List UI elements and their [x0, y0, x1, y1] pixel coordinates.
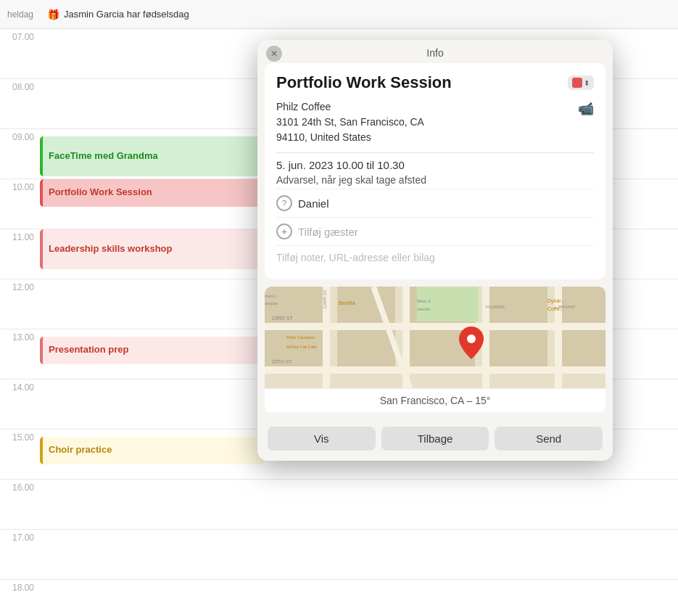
time-label-13: 13.00: [0, 329, 40, 379]
svg-rect-12: [265, 366, 605, 374]
leadership-event[interactable]: Leadership skills workshop: [40, 229, 265, 269]
location-name: Philz Coffee: [276, 99, 424, 115]
add-guests-label: Tilføj gæster: [298, 226, 358, 238]
svg-text:Jewish...: Jewish...: [417, 307, 434, 311]
time-label-14: 14.00: [0, 379, 40, 429]
popup-header: ✕ Info: [257, 40, 613, 63]
event-title-row: Portfolio Work Session ⬍: [276, 73, 594, 92]
info-popup: ✕ Info Portfolio Work Session ⬍ Philz Co…: [257, 40, 613, 461]
time-content-18: [40, 580, 678, 616]
time-label-17: 17.00: [0, 530, 40, 579]
allday-label: heldag: [7, 9, 47, 20]
time-row-17: 17.00: [0, 530, 678, 580]
facetime-event[interactable]: FaceTime med Grandma: [40, 136, 265, 176]
add-guests-row[interactable]: + Tilføj gæster: [276, 217, 594, 245]
attendee-question-icon: ?: [276, 195, 292, 211]
notes-area[interactable]: Tilføj noter, URL-adresse eller bilag: [276, 245, 594, 269]
allday-event: 🎁 Jasmin Garcia har fødselsdag: [47, 9, 189, 20]
svg-text:Beretta: Beretta: [339, 300, 355, 305]
location-address2: 94110, United States: [276, 130, 424, 145]
svg-rect-10: [562, 330, 605, 366]
presentation-event[interactable]: Presentation prep: [40, 337, 265, 364]
svg-rect-9: [489, 330, 547, 366]
time-label-12: 12.00: [0, 279, 40, 329]
popup-header-title: Info: [426, 47, 443, 59]
svg-text:Coffe...: Coffe...: [547, 306, 563, 311]
svg-text:CAPP ST: CAPP ST: [323, 289, 327, 308]
map-visual: 23RD ST 25TH ST CAPP ST FLORIDA BRYANT B…: [265, 287, 605, 388]
svg-text:Wise S...: Wise S...: [417, 299, 434, 303]
time-label-11: 11.00: [0, 229, 40, 279]
location-row: Philz Coffee 3101 24th St, San Francisco…: [276, 99, 594, 145]
tilbage-button[interactable]: Tilbage: [381, 427, 489, 451]
svg-text:ampus: ampus: [265, 301, 278, 305]
map-label-bar: San Francisco, CA – 15°: [265, 388, 605, 412]
time-label-08: 08.00: [0, 79, 40, 128]
map-container[interactable]: 23RD ST 25TH ST CAPP ST FLORIDA BRYANT B…: [265, 287, 605, 414]
datetime-row: 5. jun. 2023 10.00 til 10.30: [276, 159, 594, 171]
allday-event-title: Jasmin Garcia har fødselsdag: [64, 9, 189, 20]
portfolio-event[interactable]: Portfolio Work Session: [40, 179, 265, 207]
video-camera-icon[interactable]: 📹: [578, 101, 594, 117]
time-label-18: 18.00: [0, 580, 40, 616]
time-row-16: 16.00: [0, 480, 678, 530]
location-text: Philz Coffee 3101 24th St, San Francisco…: [276, 99, 424, 145]
choir-event[interactable]: Choir practice: [40, 437, 265, 464]
popup-footer: Vis Tilbage Send: [257, 419, 613, 461]
svg-rect-7: [337, 330, 395, 366]
time-row-18: 18.00: [0, 580, 678, 616]
svg-point-34: [467, 334, 476, 343]
time-label-15: 15.00: [0, 430, 40, 479]
time-content-17: [40, 530, 678, 579]
svg-text:23RD ST: 23RD ST: [272, 316, 294, 321]
notes-placeholder: Tilføj noter, URL-adresse eller bilag: [276, 252, 435, 263]
send-button[interactable]: Send: [495, 427, 603, 451]
attendee-name: Daniel: [298, 197, 329, 210]
location-address1: 3101 24th St, San Francisco, CA: [276, 115, 424, 130]
svg-rect-11: [265, 323, 605, 330]
allday-row: heldag 🎁 Jasmin Garcia har fødselsdag: [0, 0, 678, 29]
chevron-up-down-icon: ⬍: [584, 79, 590, 87]
vis-button[interactable]: Vis: [268, 427, 376, 451]
svg-rect-18: [417, 287, 479, 321]
svg-text:Dynar...: Dynar...: [547, 298, 565, 304]
event-title: Portfolio Work Session: [276, 73, 452, 92]
time-label-09: 09.00: [0, 129, 40, 178]
warning-row: Advarsel, når jeg skal tage afsted: [276, 174, 594, 186]
time-label-10: 10.00: [0, 179, 40, 229]
time-content-16: [40, 480, 678, 529]
map-location-label: San Francisco, CA – 15°: [380, 395, 491, 406]
time-label-07: 07.00: [0, 29, 40, 78]
add-guests-icon: +: [276, 223, 292, 239]
gift-icon: 🎁: [47, 9, 59, 20]
svg-text:FLORIDA: FLORIDA: [486, 305, 505, 309]
map-svg: 23RD ST 25TH ST CAPP ST FLORIDA BRYANT B…: [265, 287, 605, 388]
color-dot: [572, 78, 582, 88]
divider-1: [276, 152, 594, 153]
popup-body: Portfolio Work Session ⬍ Philz Coffee 31…: [265, 63, 605, 279]
time-label-16: 16.00: [0, 480, 40, 529]
svg-text:KitTea Cat Cafe: KitTea Cat Cafe: [286, 345, 318, 349]
color-picker-button[interactable]: ⬍: [568, 75, 594, 90]
svg-text:Pollo Campero: Pollo Campero: [286, 335, 315, 340]
attendee-row: ? Daniel: [276, 189, 594, 217]
svg-text:25TH ST: 25TH ST: [272, 359, 293, 364]
svg-text:cisco...: cisco...: [265, 294, 278, 298]
close-button[interactable]: ✕: [266, 46, 282, 62]
